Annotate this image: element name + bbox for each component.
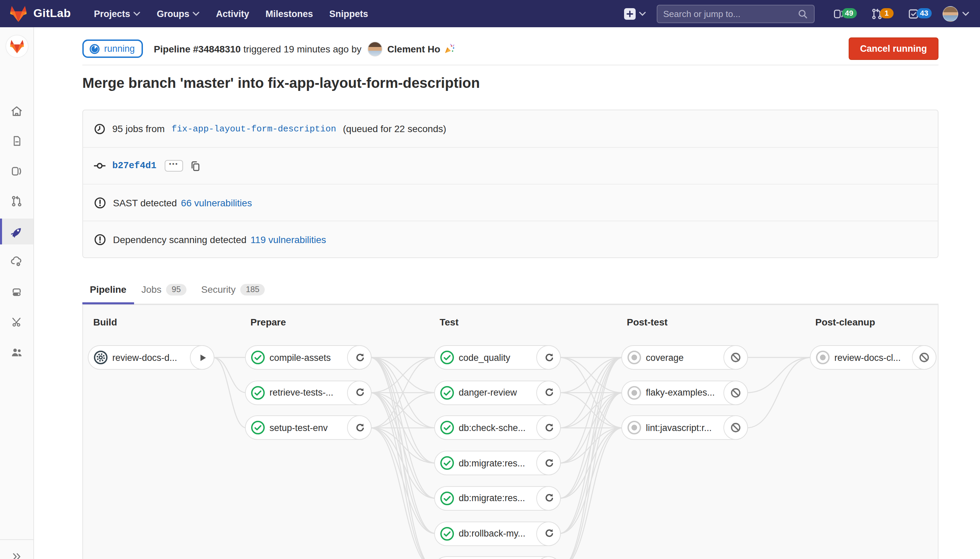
- success-status-icon: [251, 385, 266, 400]
- job-label: db:migrate:res...: [459, 458, 525, 468]
- cloud-gear-icon: [10, 255, 23, 268]
- sidebar-item-merge-requests[interactable]: [0, 188, 33, 214]
- tab-security[interactable]: Security185: [194, 275, 272, 304]
- branch-link[interactable]: fix-app-layout-form-description: [172, 124, 336, 134]
- job-pill-db-migrate-res[interactable]: db:migrate:res...: [434, 486, 561, 511]
- sidebar-item-members[interactable]: [0, 339, 33, 365]
- nav-item-snippets[interactable]: Snippets: [321, 0, 376, 27]
- author-avatar[interactable]: [368, 41, 383, 56]
- pipeline-header: running Pipeline #34848310 triggered 19 …: [82, 38, 939, 65]
- sidebar-item-snippets[interactable]: [0, 309, 33, 335]
- job-pill-test-6[interactable]: [434, 556, 561, 559]
- main-content: running Pipeline #34848310 triggered 19 …: [34, 27, 980, 559]
- job-pill-compile-assets[interactable]: compile-assets: [245, 345, 371, 370]
- people-icon: [10, 346, 23, 359]
- sidebar-item-overview[interactable]: [0, 98, 33, 124]
- project-avatar[interactable]: [5, 35, 28, 58]
- chevron-down-icon: [639, 11, 645, 16]
- todos-nav-button[interactable]: 43: [907, 7, 932, 20]
- user-avatar[interactable]: [942, 6, 958, 22]
- gitlab-app: GitLab Projects Groups ActivityMilestone…: [0, 0, 980, 559]
- job-pill-review-docs-cl[interactable]: review-docs-cl...: [810, 345, 936, 370]
- search-input[interactable]: [663, 8, 797, 19]
- retry-job-button[interactable]: [536, 380, 561, 405]
- job-label: flaky-examples...: [646, 387, 715, 398]
- gitlab-logo-icon[interactable]: [10, 5, 27, 22]
- job-pill-db-check-sche[interactable]: db:check-sche...: [434, 416, 561, 440]
- sidebar-item-operations[interactable]: [0, 248, 33, 275]
- home-icon: [10, 104, 23, 117]
- tab-count-badge: 95: [167, 284, 186, 295]
- issues-nav-button[interactable]: 49: [832, 7, 857, 20]
- cancel-running-button[interactable]: Cancel running: [848, 38, 939, 60]
- cancel-job-button[interactable]: [723, 345, 748, 370]
- play-job-button[interactable]: [190, 345, 214, 370]
- commit-expand-button[interactable]: •••: [165, 160, 183, 172]
- job-pill-retrieve-tests[interactable]: retrieve-tests-...: [245, 380, 371, 405]
- nav-item-label: Snippets: [329, 8, 368, 19]
- job-pill-review-docs-d[interactable]: review-docs-d...: [88, 345, 214, 370]
- commit-sha-link[interactable]: b27ef4d1: [112, 161, 157, 171]
- job-label: db:check-sche...: [459, 423, 526, 433]
- success-status-icon: [251, 350, 266, 365]
- stage-header-post-cleanup: Post-cleanup: [815, 317, 875, 327]
- job-pill-db-migrate-res[interactable]: db:migrate:res...: [434, 451, 561, 475]
- tab-pipeline[interactable]: Pipeline: [82, 275, 134, 304]
- chevron-down-icon[interactable]: [962, 11, 969, 16]
- scissors-icon: [10, 316, 23, 328]
- sidebar-item-issues[interactable]: [0, 158, 33, 184]
- job-pill-db-rollback-my[interactable]: db:rollback-my...: [434, 521, 561, 546]
- retry-job-button[interactable]: [536, 451, 561, 475]
- new-dropdown[interactable]: [624, 8, 645, 20]
- sidebar-collapse-button[interactable]: [0, 543, 33, 559]
- retry-job-button[interactable]: [536, 556, 561, 559]
- created-status-icon: [627, 420, 642, 435]
- cancel-job-button[interactable]: [912, 345, 936, 370]
- tab-label: Security: [201, 284, 236, 295]
- sidebar-item-ci-cd[interactable]: [0, 218, 33, 245]
- brand-title[interactable]: GitLab: [33, 7, 71, 20]
- job-pill-coverage[interactable]: coverage: [621, 345, 748, 370]
- nav-item-activity[interactable]: Activity: [208, 0, 257, 27]
- created-status-icon: [815, 350, 830, 365]
- sast-vulnerabilities-link[interactable]: 66 vulnerabilities: [181, 197, 252, 208]
- retry-job-button[interactable]: [536, 486, 561, 511]
- merge-requests-nav-button[interactable]: 1: [870, 7, 894, 20]
- job-label: code_quality: [459, 352, 510, 362]
- nav-item-projects[interactable]: Projects: [86, 0, 149, 27]
- job-pill-code-quality[interactable]: code_quality: [434, 345, 561, 370]
- author-name[interactable]: Clement Ho: [387, 43, 441, 54]
- main-menu: Projects Groups ActivityMilestonesSnippe…: [86, 0, 376, 27]
- tab-label: Pipeline: [90, 284, 126, 295]
- tab-jobs[interactable]: Jobs95: [134, 275, 194, 304]
- success-status-icon: [440, 385, 455, 400]
- job-pill-lint-javascript-r[interactable]: lint:javascript:r...: [621, 416, 748, 440]
- party-popper-emoji: [444, 43, 455, 55]
- commit-info-row: b27ef4d1 •••: [83, 147, 938, 184]
- cancel-job-button[interactable]: [723, 416, 748, 440]
- job-pill-setup-test-env[interactable]: setup-test-env: [245, 416, 371, 440]
- sidebar-divider: [0, 539, 33, 540]
- job-pill-danger-review[interactable]: danger-review: [434, 380, 561, 405]
- pipeline-status-badge[interactable]: running: [82, 40, 143, 58]
- copy-icon[interactable]: [190, 160, 201, 171]
- nav-item-groups[interactable]: Groups: [149, 0, 208, 27]
- success-status-icon: [440, 455, 455, 470]
- dependency-vulnerabilities-link[interactable]: 119 vulnerabilities: [251, 234, 326, 245]
- sidebar-item-packages[interactable]: [0, 279, 33, 305]
- search-box: [657, 5, 814, 23]
- retry-job-button[interactable]: [536, 416, 561, 440]
- nav-item-milestones[interactable]: Milestones: [257, 0, 321, 27]
- sidebar-item-repository[interactable]: [0, 128, 33, 154]
- retry-job-button[interactable]: [347, 416, 371, 440]
- retry-job-button[interactable]: [347, 380, 371, 405]
- alert-icon: [94, 197, 106, 209]
- retry-job-button[interactable]: [536, 345, 561, 370]
- job-pill-flaky-examples[interactable]: flaky-examples...: [621, 380, 748, 405]
- retry-job-button[interactable]: [347, 345, 371, 370]
- retry-job-button[interactable]: [536, 521, 561, 546]
- tab-count-badge: 185: [240, 284, 265, 295]
- pipeline-id: Pipeline #34848310: [154, 43, 241, 54]
- cancel-job-button[interactable]: [723, 380, 748, 405]
- manual-status-icon: [93, 350, 108, 365]
